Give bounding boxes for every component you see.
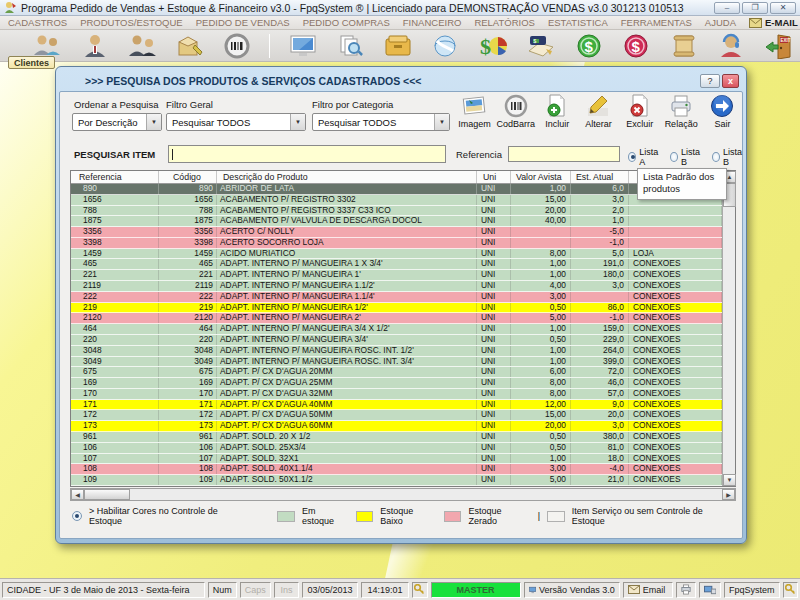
menu-item-pedido-de-vendas[interactable]: PEDIDO DE VENDAS [196, 17, 290, 28]
table-row[interactable]: 30493049ADAPT. INTERNO P/ MANGUEIRA ROSC… [71, 357, 722, 368]
cell-est: 86,0 [571, 303, 629, 313]
filtro-geral-select[interactable]: Pesquisar TODOS ▼ [166, 113, 306, 131]
table-row[interactable]: 33563356ACERTO C/ NOLLYUNI-5,0 [71, 227, 722, 238]
table-row[interactable]: 675675ADAPT. P/ CX D'AGUA 20MMUNI6,0072,… [71, 367, 722, 378]
table-row[interactable]: 106106ADAPT. SOLD. 25X3/4UNI0,5081,0CONE… [71, 443, 722, 454]
cell-est: 72,0 [571, 367, 629, 377]
table-row[interactable]: 21192119ADAPT. INTERNO P/ MANGUEIRA 1.1/… [71, 281, 722, 292]
cell-valor: 5,00 [511, 475, 571, 485]
restore-button[interactable]: ❐ [742, 2, 768, 14]
toolbar-button-relatorios[interactable] [669, 32, 699, 60]
toolbar-button-estatistica[interactable]: $ [477, 32, 509, 60]
table-row[interactable]: 171171ADAPT. P/ CX D'AGUA 40MMUNI12,009,… [71, 400, 722, 411]
table-row[interactable]: 33983398ACERTO SOCORRO LOJAUNI-1,0 [71, 238, 722, 249]
horizontal-scrollbar[interactable]: ◀ ▶ [70, 488, 736, 501]
dialog-close-button[interactable]: x [722, 74, 739, 88]
toolbar-button-vendedores[interactable] [127, 32, 157, 60]
green-dollar-icon: $ [575, 33, 603, 59]
cell-uni: UNI [477, 367, 511, 377]
radio-lista-a[interactable]: Lista A [628, 147, 660, 167]
table-header: Referencia Código Descrição do Produto U… [71, 171, 735, 184]
toolbar-button-compras[interactable] [382, 32, 412, 60]
toolbar-button-contas-pagar[interactable]: $ [621, 32, 651, 60]
table-row[interactable]: 788788ACABAMENTO P/ REGISTRO 3337 C33 IC… [71, 206, 722, 217]
vertical-scrollbar[interactable]: ▲ ▼ [722, 171, 735, 486]
imagem-button[interactable]: Imagem [455, 94, 494, 140]
lista-b-label: Lista B [681, 147, 702, 167]
status-email[interactable]: Email [623, 582, 673, 598]
table-row[interactable]: 169169ADAPT. P/ CX D'AGUA 25MMUNI8,0046,… [71, 378, 722, 389]
table-row[interactable]: 107107ADAPT. SOLD. 32X1UNI1,0018,0CONEXO… [71, 454, 722, 465]
pesquisar-item-input[interactable] [168, 145, 446, 163]
toolbar-button-caixa[interactable]: $ [526, 32, 556, 60]
table-row[interactable]: 464464ADAPT. INTERNO P/ MANGUEIRA 3/4 X … [71, 324, 722, 335]
menu-item-estatistica[interactable]: ESTATISTICA [548, 17, 608, 28]
table-row[interactable]: 961961ADAPT. SOLD. 20 X 1/2UNI0,50380,0C… [71, 432, 722, 443]
table-row[interactable]: 221221ADAPT. INTERNO P/ MANGUEIRA 1'UNI1… [71, 270, 722, 281]
table-row[interactable]: 109109ADAPT. SOLD. 50X1.1/2UNI5,0021,0CO… [71, 475, 722, 486]
incluir-button[interactable]: Incluir [538, 94, 577, 140]
toolbar-button-contas-receber[interactable]: $ [574, 32, 604, 60]
referencia-input[interactable] [508, 146, 620, 162]
status-terminal[interactable] [699, 582, 721, 598]
menu-item-pedido-compras[interactable]: PEDIDO COMPRAS [303, 17, 390, 28]
table-row[interactable]: 220220ADAPT. INTERNO P/ MANGUEIRA 3/4'UN… [71, 335, 722, 346]
radio-lista-b2[interactable]: Lista B [712, 147, 744, 167]
sair-button[interactable]: Sair [703, 94, 742, 140]
cell-uni: UNI [477, 335, 511, 345]
table-row[interactable]: 890890ABRIDOR DE LATAUNI1,006,0 [71, 184, 722, 195]
table-row[interactable]: 170170ADAPT. P/ CX D'AGUA 32MMUNI8,0057,… [71, 389, 722, 400]
table-row[interactable]: 18751875ACABAMENTO P/ VALVULA DE DESCARG… [71, 216, 722, 227]
ordenar-select[interactable]: Por Descrição ▼ [72, 113, 162, 131]
menu-item-produtos-estoque[interactable]: PRODUTOS/ESTOQUE [80, 17, 183, 28]
toolbar-button-suporte[interactable] [716, 32, 746, 60]
cell-desc: ADAPT. INTERNO P/ MANGUEIRA 1.1/4' [217, 292, 477, 302]
menu-item-relat-rios[interactable]: RELATÓRIOS [474, 17, 535, 28]
radio-lista-b[interactable]: Lista B [670, 147, 702, 167]
toolbar-button-pedidos[interactable] [287, 32, 317, 60]
cell-uni: UNI [477, 303, 511, 313]
image-icon [462, 94, 488, 118]
toolbar-button-fornecedores[interactable] [79, 32, 109, 60]
table-row[interactable]: 21202120ADAPT. INTERNO P/ MANGUEIRA 2'UN… [71, 313, 722, 324]
scroll-right-arrow[interactable]: ▶ [722, 489, 735, 500]
status-printer[interactable] [676, 582, 696, 598]
minimize-button[interactable]: ‒ [714, 2, 740, 14]
table-row[interactable]: 14591459ACIDO MURIATICOUNI8,005,0LOJA [71, 249, 722, 260]
table-row[interactable]: 222222ADAPT. INTERNO P/ MANGUEIRA 1.1/4'… [71, 292, 722, 303]
table-row[interactable]: 172172ADAPT. P/ CX D'AGUA 50MMUNI15,0020… [71, 410, 722, 421]
dialog-help-button[interactable]: ? [700, 74, 720, 88]
table-row[interactable]: 30483048ADAPT. INTERNO P/ MANGUEIRA ROSC… [71, 346, 722, 357]
filtro-geral-value: Pesquisar TODOS [172, 117, 250, 128]
excluir-button[interactable]: Excluir [620, 94, 659, 140]
toolbar-button-financeiro[interactable] [430, 32, 460, 60]
codbarra-button[interactable]: CodBarra [496, 94, 535, 140]
menu-item-ajuda[interactable]: AJUDA [705, 17, 736, 28]
scroll-down-arrow[interactable]: ▼ [723, 474, 736, 486]
menu-item-cadastros[interactable]: CADASTROS [8, 17, 67, 28]
table-row[interactable]: 465465ADAPT. INTERNO P/ MANGUEIRA 1 X 3/… [71, 259, 722, 270]
relacao-button[interactable]: Relação [662, 94, 701, 140]
table-row[interactable]: 173173ADAPT. P/ CX D'AGUA 60MMUNI20,003,… [71, 421, 722, 432]
menu-item-ferramentas[interactable]: FERRAMENTAS [621, 17, 692, 28]
toolbar-button-codbarra[interactable] [222, 32, 252, 60]
table-row[interactable]: 219219ADAPT. INTERNO P/ MANGUEIRA 1/2'UN… [71, 303, 722, 314]
alterar-button[interactable]: Alterar [579, 94, 618, 140]
table-row[interactable]: 108108ADAPT. SOLD. 40X1.1/4UNI3,00-4,0CO… [71, 464, 722, 475]
desktop-background: >>> PESQUISA DOS PRODUTOS & SERVIÇOS CAD… [0, 62, 800, 578]
menu-item-financeiro[interactable]: FINANCEIRO [403, 17, 462, 28]
toolbar-button-produtos[interactable] [174, 32, 204, 60]
scroll-left-arrow[interactable]: ◀ [71, 489, 84, 500]
table-row[interactable]: 16561656ACABAMENTO P/ REGISTRO 3302UNI15… [71, 195, 722, 206]
cell-desc: ACERTO SOCORRO LOJA [217, 238, 477, 248]
cell-uni: UNI [477, 206, 511, 216]
menu-item-email[interactable]: E-MAIL [749, 17, 798, 28]
horizontal-scroll-thumb[interactable] [84, 489, 130, 500]
filtro-categoria-select[interactable]: Pesquisar TODOS ▼ [312, 113, 450, 131]
cell-cod: 219 [159, 303, 217, 313]
close-button[interactable]: ✕ [770, 2, 796, 14]
habilitar-cores-radio[interactable] [72, 511, 82, 521]
cell-ref: 107 [71, 454, 159, 464]
toolbar-button-orcamentos[interactable] [335, 32, 365, 60]
toolbar-button-sair[interactable]: EXIT [764, 32, 794, 60]
